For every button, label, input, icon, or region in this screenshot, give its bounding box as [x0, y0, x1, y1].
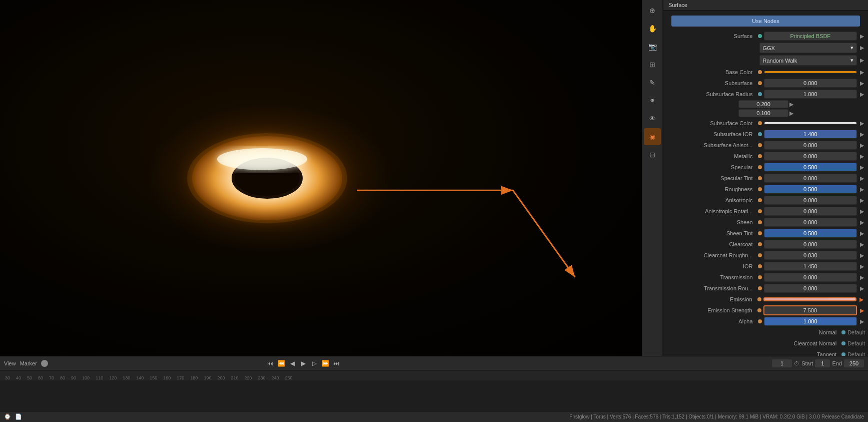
subsurface-ior-value[interactable]: 1.400	[764, 130, 857, 139]
subsurface-radius-value2[interactable]: 0.200	[738, 100, 788, 108]
emission-strength-value[interactable]: 7.500	[763, 305, 857, 315]
status-icon-file: 📄	[15, 413, 22, 420]
link-tool[interactable]: ⚭	[644, 92, 661, 109]
metallic-value[interactable]: 0.000	[764, 152, 857, 161]
specular-label: Specular	[666, 164, 756, 170]
right-toolbar: ⊕ ✋ 📷 ⊞ ✎ ⚭ 👁 ◉ ⊟	[642, 0, 663, 356]
specular-tint-value[interactable]: 0.000	[764, 174, 857, 183]
ior-value[interactable]: 1.450	[764, 262, 857, 271]
alpha-arrow: ▶	[859, 318, 865, 325]
specular-tint-label: Specular Tint	[666, 175, 756, 181]
subsurface-radius-value3[interactable]: 0.100	[738, 109, 788, 117]
subsurface-value[interactable]: 0.000	[764, 79, 857, 88]
jump-start-btn[interactable]: ⏮	[265, 358, 275, 368]
step-back-btn[interactable]: ◀	[287, 358, 297, 368]
timeline-track[interactable]	[0, 380, 868, 411]
surface-value[interactable]: Principled BSDF	[764, 32, 857, 41]
subsurface-color-label: Subsurface Color	[666, 120, 756, 126]
ruler-170: 170	[174, 375, 187, 380]
prev-keyframe-btn[interactable]: ⏪	[276, 358, 286, 368]
play-btn[interactable]: ▶	[298, 358, 308, 368]
metallic-arrow: ▶	[859, 153, 865, 160]
start-label: Start	[801, 360, 813, 366]
next-keyframe-btn[interactable]: ⏩	[320, 358, 330, 368]
subsurface-ior-arrow: ▶	[859, 131, 865, 138]
subsurface-aniso-label: Subsurface Anisot...	[666, 142, 756, 148]
status-info: Firstglow | Torus | Verts:576 | Faces:57…	[569, 414, 864, 419]
checker-tool[interactable]: ⊟	[644, 146, 661, 163]
brush-tool[interactable]: ✎	[644, 74, 661, 91]
normal-row: Normal Default	[663, 327, 868, 338]
clearcoat-value[interactable]: 0.000	[764, 240, 857, 249]
subsurface-radius-dot	[758, 92, 762, 96]
eye-tool[interactable]: 👁	[644, 110, 661, 127]
sheen-tint-dot	[758, 231, 762, 235]
metallic-dot	[758, 154, 762, 158]
material-tool[interactable]: ◉	[644, 128, 661, 145]
subsurface-aniso-dot	[758, 143, 762, 147]
normal-dot	[841, 330, 845, 334]
clearcoat-roughness-value[interactable]: 0.030	[764, 251, 857, 260]
base-color-value[interactable]	[764, 71, 857, 74]
subsurface-color-value[interactable]	[764, 122, 857, 125]
clearcoat-roughness-arrow: ▶	[859, 252, 865, 259]
roughness-value[interactable]: 0.500	[764, 185, 857, 194]
ruler-50: 50	[24, 375, 35, 380]
anisotropic-value[interactable]: 0.000	[764, 196, 857, 205]
ruler-250: 250	[282, 375, 296, 380]
base-color-dot	[758, 70, 762, 74]
emission-row: Emission ▶	[663, 294, 868, 305]
timeline-marker-label[interactable]: Marker	[20, 360, 37, 366]
transmission-value[interactable]: 0.000	[764, 273, 857, 282]
alpha-value[interactable]: 1.000	[764, 317, 857, 326]
subsurface-label: Subsurface	[666, 80, 756, 86]
hand-tool[interactable]: ✋	[644, 20, 661, 37]
ruler-110: 110	[93, 375, 106, 380]
subsurface-method-dropdown[interactable]: Random Walk ▾	[759, 55, 857, 66]
timeline-view-label[interactable]: View	[4, 360, 16, 366]
ior-dot	[758, 264, 762, 268]
surface-arrow: ▶	[859, 33, 865, 40]
subsurface-aniso-value[interactable]: 0.000	[764, 141, 857, 150]
emission-value[interactable]	[763, 297, 857, 301]
specular-tint-row: Specular Tint 0.000 ▶	[663, 173, 868, 184]
subsurface-radius-value1[interactable]: 1.000	[764, 90, 857, 99]
subsurface-radius2-arrow: ▶	[788, 101, 794, 108]
clearcoat-roughness-label: Clearcoat Roughn...	[666, 252, 756, 258]
specular-value[interactable]: 0.500	[764, 163, 857, 172]
subsurface-color-dot	[758, 121, 762, 125]
emission-strength-label: Emission Strength	[666, 307, 755, 313]
ruler-100: 100	[79, 375, 93, 380]
playback-controls: ⏮ ⏪ ◀ ▶ ▷ ⏩ ⏭	[265, 358, 341, 368]
sheen-tint-value[interactable]: 0.500	[764, 229, 857, 238]
distribution-dropdown[interactable]: GGX ▾	[759, 43, 857, 53]
end-frame[interactable]: 250	[844, 359, 864, 367]
subsurface-color-row: Subsurface Color ▶	[663, 118, 868, 129]
emission-strength-row: Emission Strength 7.500 ▶	[663, 305, 868, 316]
grid-tool[interactable]: ⊞	[644, 56, 661, 73]
subsurface-radius-arrow: ▶	[859, 91, 865, 98]
cursor-tool[interactable]: ⊕	[644, 2, 661, 19]
anisotropic-rot-value[interactable]: 0.000	[764, 207, 857, 216]
step-forward-btn[interactable]: ▷	[309, 358, 319, 368]
transmission-roughness-value[interactable]: 0.000	[764, 284, 857, 293]
dist-arrow: ▶	[859, 45, 865, 51]
sheen-label: Sheen	[666, 219, 756, 225]
frame-controls: 1 ⏱ Start 1 End 250	[772, 359, 864, 367]
svg-line-7	[513, 190, 575, 277]
use-nodes-button[interactable]: Use Nodes	[671, 16, 860, 27]
ruler-70: 70	[46, 375, 57, 380]
ior-row: IOR 1.450 ▶	[663, 261, 868, 272]
transmission-arrow: ▶	[859, 274, 865, 281]
camera-tool[interactable]: 📷	[644, 38, 661, 55]
current-frame[interactable]: 1	[772, 359, 792, 367]
timeline-controls: View Marker ⏮ ⏪ ◀ ▶ ▷ ⏩ ⏭ 1 ⏱ Start 1 En…	[0, 356, 868, 370]
jump-end-btn[interactable]: ⏭	[331, 358, 341, 368]
emission-arrow: ▶	[858, 296, 864, 303]
panel-section-label: Surface	[663, 0, 868, 11]
timeline-ruler: 30 40 50 60 70 80 90 100 110 120 130 140…	[0, 370, 868, 380]
subsurface-radius-label: Subsurface Radius	[666, 91, 756, 97]
viewport	[0, 0, 642, 356]
start-frame[interactable]: 1	[815, 359, 830, 367]
sheen-value[interactable]: 0.000	[764, 218, 857, 227]
